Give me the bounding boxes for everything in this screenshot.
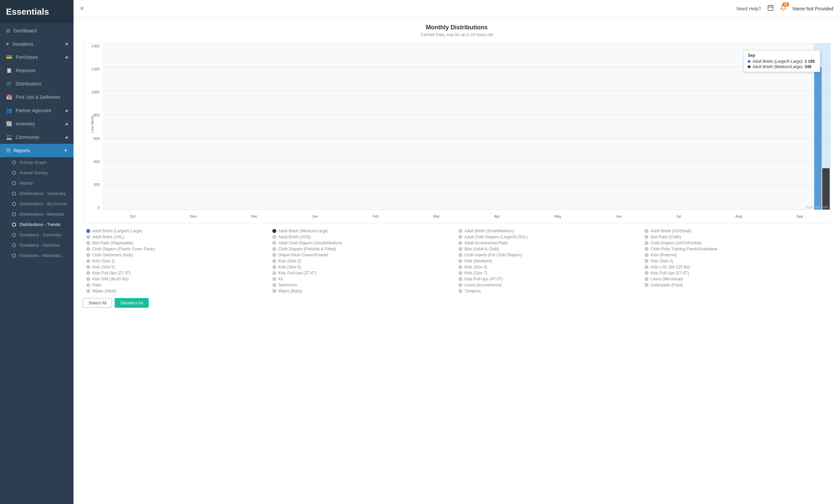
- legend-item[interactable]: Kids (Preemie): [645, 253, 827, 257]
- dot-icon: [12, 233, 16, 237]
- donations-icon: ♥: [6, 41, 9, 47]
- subitem-label: Donations - Manufact...: [19, 253, 64, 258]
- legend-item[interactable]: Adult Briefs (Small/Medium): [459, 229, 641, 233]
- legend-item[interactable]: Cloth Diapers (Prefolds & Fitted): [272, 247, 455, 251]
- sidebar-item-donations[interactable]: ♥ Donations ◀: [0, 37, 73, 50]
- legend-item[interactable]: Bibs (Adult & Child): [459, 247, 641, 251]
- calendar-button[interactable]: [767, 4, 774, 13]
- legend-item[interactable]: Liners (Menstrual): [645, 277, 827, 281]
- legend-item[interactable]: Kids (Size 1): [86, 259, 269, 263]
- legend-item[interactable]: Cloth Potty Training Pants/Underwear: [645, 247, 827, 251]
- legend-item[interactable]: Adult Briefs (Medium/Large): [272, 229, 455, 233]
- sidebar-item-dist-summary[interactable]: Distributions - Summary: [0, 188, 73, 199]
- sidebar-item-inventory[interactable]: 🔄 Inventory ◀: [0, 117, 73, 130]
- legend-item[interactable]: Kit: [272, 277, 455, 281]
- legend-item[interactable]: Cloth Diapers (Plastic Cover Pants): [86, 247, 269, 251]
- chevron-icon: ◀: [65, 108, 68, 113]
- sidebar-item-dist-trends[interactable]: Distributions - Trends: [0, 219, 73, 230]
- sidebar-item-dist-itemized[interactable]: Distributions - Itemized: [0, 209, 73, 219]
- legend-dot: [459, 265, 462, 269]
- legend-item[interactable]: Kids S/M (38-65 lbs): [86, 277, 269, 281]
- legend-item[interactable]: Kids (Size 2): [272, 259, 455, 263]
- legend-label: Pads: [92, 283, 101, 287]
- subitem-label: Distributions - Trends: [19, 222, 61, 227]
- select-all-button[interactable]: Select All: [83, 298, 112, 308]
- sidebar-item-activity-graph[interactable]: Activity Graph: [0, 157, 73, 167]
- legend-item[interactable]: Kids Pull-Ups (3T-4T): [272, 271, 455, 275]
- legend-item[interactable]: Adult Cloth Diapers (Small/Medium): [272, 241, 455, 245]
- legend-item[interactable]: Kids (Size 5): [86, 265, 269, 269]
- sidebar-item-purchases[interactable]: 💳 Purchases ◀: [0, 50, 73, 64]
- legend-item[interactable]: Pads: [86, 283, 269, 287]
- tooltip-text-1: Adult Briefs (Large/X-Large): 1 199: [752, 59, 815, 64]
- legend-item[interactable]: Adult Briefs (Large/X-Large): [86, 229, 269, 233]
- legend-label: Kids (Size 6): [278, 265, 301, 269]
- sidebar-item-reports[interactable]: ☰ Reports ▼: [0, 144, 73, 157]
- sidebar-item-label: Distributions: [16, 81, 41, 87]
- notification-button[interactable]: 18: [780, 4, 787, 13]
- subitem-label: History: [19, 181, 33, 185]
- legend-item[interactable]: Kids L/XL (60-125 lbs): [645, 265, 827, 269]
- sidebar-item-dist-county[interactable]: Distributions - By County: [0, 199, 73, 209]
- legend-item[interactable]: Bed Pads (Cloth): [645, 235, 827, 239]
- legend-dot: [272, 247, 276, 251]
- legend-item[interactable]: Adult Briefs (XXL): [86, 235, 269, 239]
- legend-item[interactable]: Adult Briefs (XXS): [272, 235, 455, 239]
- legend-item[interactable]: Wipes (Adult): [86, 289, 269, 293]
- sidebar-item-partner-agencies[interactable]: 👥 Partner Agencies ◀: [0, 104, 73, 117]
- sidebar-item-donations-summary[interactable]: Donations - Summary: [0, 230, 73, 240]
- chevron-icon: ◀: [65, 135, 68, 140]
- sidebar: Essentials ⊞ Dashboard ♥ Donations ◀ 💳 P…: [0, 0, 73, 504]
- legend-item[interactable]: Adult Incontinence Pads: [459, 241, 641, 245]
- y-label-1200: 1200: [83, 67, 100, 71]
- legend-dot: [272, 235, 276, 239]
- legend-dot: [459, 277, 462, 281]
- sidebar-item-requests[interactable]: 📋 Requests: [0, 64, 73, 77]
- legend-item[interactable]: Wipes (Baby): [272, 289, 455, 293]
- username-display[interactable]: Name Not Provided: [792, 6, 833, 11]
- legend-item[interactable]: Kids Pull-Ups (2T-3T): [86, 271, 269, 275]
- deselect-all-button[interactable]: Deselect All: [115, 298, 149, 308]
- legend-item[interactable]: Kids (Newborn): [459, 259, 641, 263]
- x-label-jan: Jan: [312, 214, 318, 218]
- sidebar-item-donations-itemized[interactable]: Donations - Itemized: [0, 240, 73, 250]
- sidebar-item-dashboard[interactable]: ⊞ Dashboard: [0, 24, 73, 37]
- tooltip-row-2: Adult Briefs (Medium/Large): 348: [748, 65, 816, 69]
- dot-icon: [12, 192, 16, 196]
- legend-dot: [86, 241, 90, 245]
- legend-item[interactable]: Cloth Inserts (For Cloth Diapers): [459, 253, 641, 257]
- legend-item[interactable]: Kids Pull-Ups (5T-6T): [645, 271, 827, 275]
- sidebar-item-annual-survey[interactable]: Annual Survey: [0, 167, 73, 178]
- legend-item[interactable]: Kids (Size 7): [459, 271, 641, 275]
- legend-dot: [645, 271, 649, 275]
- grid-line: [103, 90, 830, 91]
- legend-item[interactable]: Underpads (Pack): [645, 283, 827, 287]
- legend-item[interactable]: Bed Pads (Disposable): [86, 241, 269, 245]
- legend-item[interactable]: Swimmers: [272, 283, 455, 287]
- legend-item[interactable]: Kids Pull-Ups (4T-5T): [459, 277, 641, 281]
- help-link[interactable]: Need Help?: [736, 6, 761, 11]
- legend-item[interactable]: Cloth Diapers (AIO's/Pocket): [645, 241, 827, 245]
- sidebar-item-community[interactable]: 💻 Community ◀: [0, 130, 73, 144]
- legend-item[interactable]: Kids (Size 6): [272, 265, 455, 269]
- sidebar-item-history[interactable]: History: [0, 178, 73, 188]
- sidebar-item-pickups[interactable]: 📅 Pick Ups & Deliveries: [0, 90, 73, 104]
- legend-item[interactable]: Diaper Rash Cream/Powder: [272, 253, 455, 257]
- legend-item[interactable]: Cloth Swimmers (Kids): [86, 253, 269, 257]
- legend-item[interactable]: Adult Cloth Diapers (Large/XL/XXL): [459, 235, 641, 239]
- sidebar-item-distributions[interactable]: 🛒 Distributions: [0, 77, 73, 90]
- x-label-oct: Oct: [130, 214, 136, 218]
- legend-item[interactable]: Liners (Incontinence): [459, 283, 641, 287]
- hamburger-icon[interactable]: ≡: [80, 5, 84, 12]
- legend-item[interactable]: Kids (Size 4): [645, 259, 827, 263]
- legend-label: Cloth Diapers (Plastic Cover Pants): [92, 247, 155, 251]
- legend-label: Liners (Menstrual): [651, 277, 683, 281]
- legend-item[interactable]: Tampons: [459, 289, 641, 293]
- dot-icon: [12, 171, 16, 175]
- legend-item[interactable]: Adult Briefs (XS/Small): [645, 229, 827, 233]
- legend-item[interactable]: Kids (Size 3): [459, 265, 641, 269]
- sidebar-item-donations-manufact[interactable]: Donations - Manufact...: [0, 250, 73, 261]
- legend-label: Wipes (Baby): [278, 289, 303, 293]
- dot-icon: [12, 202, 16, 206]
- purchases-icon: 💳: [6, 54, 12, 60]
